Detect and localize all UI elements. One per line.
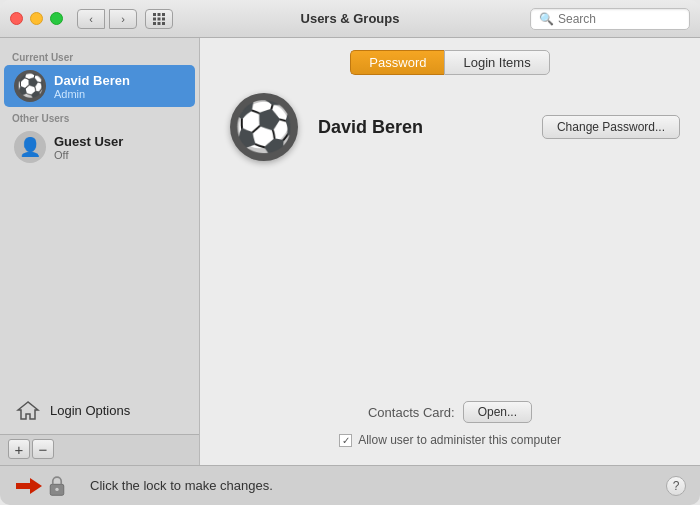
- grid-icon: [152, 12, 166, 26]
- lock-area[interactable]: [14, 474, 68, 498]
- maximize-button[interactable]: [50, 12, 63, 25]
- main-content: Current User ⚽ David Beren Admin Other U…: [0, 38, 700, 465]
- admin-checkbox-row: ✓ Allow user to administer this computer: [220, 433, 680, 447]
- login-options-label: Login Options: [50, 403, 130, 418]
- svg-rect-8: [162, 22, 165, 25]
- tab-password[interactable]: Password: [350, 50, 444, 75]
- other-users-label: Other Users: [0, 107, 199, 126]
- nav-buttons: ‹ ›: [77, 9, 137, 29]
- red-arrow-icon: [14, 474, 44, 498]
- svg-rect-6: [153, 22, 156, 25]
- contacts-row: Contacts Card: Open...: [220, 401, 680, 423]
- right-panel: Password Login Items ⚽ David Beren Chang…: [200, 38, 700, 465]
- sidebar-spacer: [0, 168, 199, 390]
- close-button[interactable]: [10, 12, 23, 25]
- panel-spacer: [220, 181, 680, 401]
- window-title: Users & Groups: [301, 11, 400, 26]
- traffic-lights: [10, 12, 63, 25]
- svg-rect-7: [158, 22, 161, 25]
- lock-message: Click the lock to make changes.: [90, 478, 273, 493]
- back-button[interactable]: ‹: [77, 9, 105, 29]
- svg-marker-9: [16, 478, 42, 494]
- tab-bar: Password Login Items: [220, 50, 680, 75]
- open-contacts-button[interactable]: Open...: [463, 401, 532, 423]
- guest-user-avatar: 👤: [14, 131, 46, 163]
- help-button[interactable]: ?: [666, 476, 686, 496]
- current-user-role: Admin: [54, 88, 130, 100]
- admin-checkbox[interactable]: ✓: [339, 434, 352, 447]
- user-header: ⚽ David Beren Change Password...: [220, 93, 680, 161]
- user-fullname: David Beren: [318, 117, 423, 138]
- titlebar: ‹ › Users & Groups 🔍: [0, 0, 700, 38]
- sidebar: Current User ⚽ David Beren Admin Other U…: [0, 38, 200, 465]
- svg-rect-0: [153, 13, 156, 16]
- contacts-card-label: Contacts Card:: [368, 405, 455, 420]
- house-icon: [14, 396, 42, 424]
- guest-user-status: Off: [54, 149, 123, 161]
- search-box[interactable]: 🔍: [530, 8, 690, 30]
- login-options-item[interactable]: Login Options: [4, 390, 195, 430]
- current-user-name: David Beren: [54, 73, 130, 88]
- add-user-button[interactable]: +: [8, 439, 30, 459]
- svg-rect-4: [158, 17, 161, 20]
- search-input[interactable]: [558, 12, 681, 26]
- grid-button[interactable]: [145, 9, 173, 29]
- sidebar-item-david-beren[interactable]: ⚽ David Beren Admin: [4, 65, 195, 107]
- search-icon: 🔍: [539, 12, 554, 26]
- tab-login-items[interactable]: Login Items: [444, 50, 549, 75]
- current-user-avatar: ⚽: [14, 70, 46, 102]
- change-password-button[interactable]: Change Password...: [542, 115, 680, 139]
- user-avatar-large: ⚽: [230, 93, 298, 161]
- minimize-button[interactable]: [30, 12, 43, 25]
- svg-rect-5: [162, 17, 165, 20]
- current-user-label: Current User: [0, 46, 199, 65]
- svg-rect-2: [162, 13, 165, 16]
- svg-rect-1: [158, 13, 161, 16]
- sidebar-controls: + −: [0, 434, 199, 465]
- forward-button[interactable]: ›: [109, 9, 137, 29]
- admin-checkbox-label: Allow user to administer this computer: [358, 433, 561, 447]
- sidebar-item-guest-user[interactable]: 👤 Guest User Off: [4, 126, 195, 168]
- svg-point-11: [55, 487, 58, 490]
- remove-user-button[interactable]: −: [32, 439, 54, 459]
- svg-rect-3: [153, 17, 156, 20]
- bottom-bar: Click the lock to make changes. ?: [0, 465, 700, 505]
- guest-user-name: Guest User: [54, 134, 123, 149]
- lock-icon: [46, 475, 68, 497]
